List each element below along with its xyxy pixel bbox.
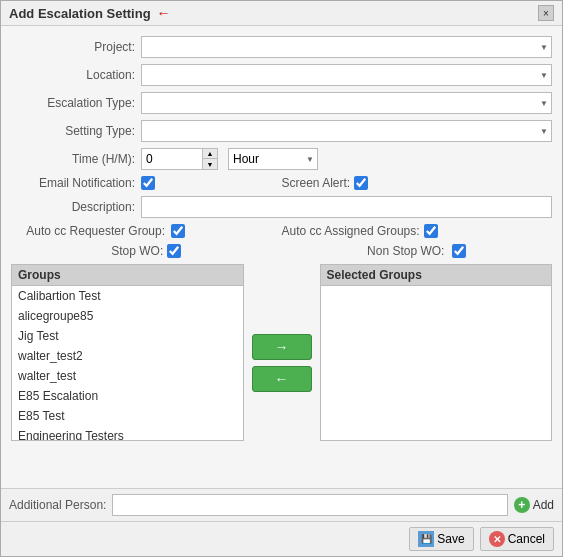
project-row: Project: bbox=[11, 36, 552, 58]
list-item[interactable]: Engineering Testers bbox=[12, 426, 243, 441]
screen-alert-group: Screen Alert: bbox=[282, 176, 553, 190]
time-field: ▲ ▼ Hour Minute bbox=[141, 148, 318, 170]
additional-person-bar: Additional Person: + Add bbox=[1, 488, 562, 521]
stopwo-row: Stop WO: Non Stop WO: bbox=[11, 244, 552, 258]
groups-transfer-buttons: → ← bbox=[252, 264, 312, 441]
project-label: Project: bbox=[11, 40, 141, 54]
description-input[interactable] bbox=[141, 196, 552, 218]
close-button[interactable]: × bbox=[538, 5, 554, 21]
groups-panel: Groups Calibartion Testalicegroupe85Jig … bbox=[11, 264, 244, 441]
stop-wo-group: Stop WO: bbox=[11, 244, 282, 258]
setting-type-select[interactable] bbox=[141, 120, 552, 142]
list-item[interactable]: walter_test bbox=[12, 366, 243, 386]
list-item[interactable]: E85 Test bbox=[12, 406, 243, 426]
add-person-label: Add bbox=[533, 498, 554, 512]
selected-groups-list[interactable] bbox=[320, 286, 553, 441]
hour-select-wrapper: Hour Minute bbox=[228, 148, 318, 170]
email-screen-row: Email Notification: Screen Alert: bbox=[11, 176, 552, 190]
add-circle-icon: + bbox=[514, 497, 530, 513]
escalation-type-row: Escalation Type: bbox=[11, 92, 552, 114]
description-row: Description: bbox=[11, 196, 552, 218]
location-field bbox=[141, 64, 552, 86]
email-notification-group: Email Notification: bbox=[11, 176, 282, 190]
escalation-type-label: Escalation Type: bbox=[11, 96, 141, 110]
autocc-row: Auto cc Requester Group: Auto cc Assigne… bbox=[11, 224, 552, 238]
project-field bbox=[141, 36, 552, 58]
autocc-assigned-label: Auto cc Assigned Groups: bbox=[282, 224, 420, 238]
additional-person-input[interactable] bbox=[112, 494, 507, 516]
email-notification-checkbox[interactable] bbox=[141, 176, 155, 190]
time-spinner: ▲ ▼ bbox=[202, 149, 217, 169]
arrow-indicator-icon: ← bbox=[157, 5, 171, 21]
selected-groups-header: Selected Groups bbox=[320, 264, 553, 286]
time-row: Time (H/M): ▲ ▼ Hour Minute bbox=[11, 148, 552, 170]
groups-section: Groups Calibartion Testalicegroupe85Jig … bbox=[11, 264, 552, 441]
location-label: Location: bbox=[11, 68, 141, 82]
additional-person-label: Additional Person: bbox=[9, 498, 106, 512]
cancel-button[interactable]: ✕ Cancel bbox=[480, 527, 554, 551]
dialog-title-text: Add Escalation Setting bbox=[9, 6, 151, 21]
escalation-type-select[interactable] bbox=[141, 92, 552, 114]
add-person-button[interactable]: + Add bbox=[514, 497, 554, 513]
list-item[interactable]: alicegroupe85 bbox=[12, 306, 243, 326]
setting-type-row: Setting Type: bbox=[11, 120, 552, 142]
save-icon: 💾 bbox=[418, 531, 434, 547]
stop-wo-label: Stop WO: bbox=[111, 244, 163, 258]
description-label: Description: bbox=[11, 200, 141, 214]
dialog-title-bar: Add Escalation Setting ← × bbox=[1, 1, 562, 26]
time-decrement-button[interactable]: ▼ bbox=[203, 159, 217, 169]
screen-alert-label: Screen Alert: bbox=[282, 176, 351, 190]
move-right-button[interactable]: → bbox=[252, 334, 312, 360]
dialog-action-bar: 💾 Save ✕ Cancel bbox=[1, 521, 562, 556]
escalation-type-select-wrapper bbox=[141, 92, 552, 114]
cancel-icon: ✕ bbox=[489, 531, 505, 547]
project-select[interactable] bbox=[141, 36, 552, 58]
setting-type-label: Setting Type: bbox=[11, 124, 141, 138]
autocc-assigned-group: Auto cc Assigned Groups: bbox=[282, 224, 553, 238]
escalation-type-field bbox=[141, 92, 552, 114]
screen-alert-checkbox[interactable] bbox=[354, 176, 368, 190]
groups-header: Groups bbox=[11, 264, 244, 286]
save-label: Save bbox=[437, 532, 464, 546]
move-left-button[interactable]: ← bbox=[252, 366, 312, 392]
non-stop-wo-label: Non Stop WO: bbox=[367, 244, 444, 258]
description-field bbox=[141, 196, 552, 218]
selected-groups-panel: Selected Groups bbox=[320, 264, 553, 441]
location-select-wrapper bbox=[141, 64, 552, 86]
non-stop-wo-group: Non Stop WO: bbox=[282, 244, 553, 258]
dialog-title: Add Escalation Setting ← bbox=[9, 5, 171, 21]
hour-minute-select[interactable]: Hour Minute bbox=[228, 148, 318, 170]
list-item[interactable]: walter_test2 bbox=[12, 346, 243, 366]
time-increment-button[interactable]: ▲ bbox=[203, 149, 217, 159]
email-notification-label: Email Notification: bbox=[11, 176, 141, 190]
autocc-requester-group: Auto cc Requester Group: bbox=[11, 224, 282, 238]
time-input-wrapper: ▲ ▼ bbox=[141, 148, 218, 170]
cancel-label: Cancel bbox=[508, 532, 545, 546]
time-input[interactable] bbox=[142, 149, 202, 169]
dialog-body: Project: Location: Esc bbox=[1, 26, 562, 488]
autocc-requester-label: Auto cc Requester Group: bbox=[11, 224, 171, 238]
setting-type-field bbox=[141, 120, 552, 142]
setting-type-select-wrapper bbox=[141, 120, 552, 142]
autocc-assigned-checkbox[interactable] bbox=[424, 224, 438, 238]
list-item[interactable]: Calibartion Test bbox=[12, 286, 243, 306]
location-select[interactable] bbox=[141, 64, 552, 86]
save-button[interactable]: 💾 Save bbox=[409, 527, 473, 551]
groups-list[interactable]: Calibartion Testalicegroupe85Jig Testwal… bbox=[11, 286, 244, 441]
add-escalation-dialog: Add Escalation Setting ← × Project: Loca… bbox=[0, 0, 563, 557]
time-label: Time (H/M): bbox=[11, 152, 141, 166]
list-item[interactable]: Jig Test bbox=[12, 326, 243, 346]
project-select-wrapper bbox=[141, 36, 552, 58]
location-row: Location: bbox=[11, 64, 552, 86]
non-stop-wo-checkbox[interactable] bbox=[452, 244, 466, 258]
list-item[interactable]: E85 Escalation bbox=[12, 386, 243, 406]
autocc-requester-checkbox[interactable] bbox=[171, 224, 185, 238]
stop-wo-checkbox[interactable] bbox=[167, 244, 181, 258]
